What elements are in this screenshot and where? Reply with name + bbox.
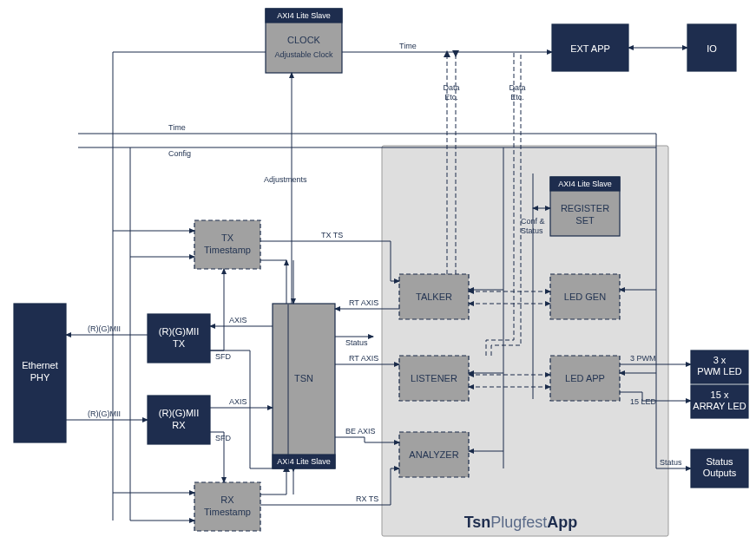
- label-bus-time: Time: [168, 123, 186, 132]
- block-array-led: 15 xARRAY LED: [691, 385, 748, 418]
- edge-sfd-tx: [210, 269, 224, 350]
- block-tsn: TSN AXI4 Lite Slave: [273, 304, 335, 468]
- svg-text:LED APP: LED APP: [565, 373, 605, 383]
- svg-text:ANALYZER: ANALYZER: [409, 449, 458, 460]
- svg-text:TSN: TSN: [294, 373, 313, 383]
- block-analyzer: ANALYZER: [399, 432, 469, 477]
- label-15led: 15 LED: [630, 397, 657, 406]
- block-pwm-led: 3 xPWM LED: [691, 350, 748, 383]
- svg-text:DataEtc.: DataEtc.: [443, 83, 459, 101]
- label-tsn-status: Status: [345, 338, 368, 347]
- block-rx-timestamp: RXTimestamp: [194, 482, 260, 531]
- block-tx-timestamp: TXTimestamp: [194, 220, 260, 269]
- label-axis-rx: AXIS: [229, 397, 247, 406]
- svg-text:DataEtc.: DataEtc.: [509, 83, 525, 101]
- block-listener: LISTENER: [399, 356, 469, 401]
- edge-txts-talker: [260, 241, 399, 281]
- block-register-set: AXI4 Lite Slave REGISTERSET: [550, 177, 620, 236]
- svg-text:IO: IO: [707, 43, 717, 54]
- block-ethernet-phy: EthernetPHY: [14, 304, 66, 442]
- edge-clock-left: [113, 52, 266, 134]
- label-axis-tx: AXIS: [229, 316, 247, 324]
- block-led-gen: LED GEN: [550, 274, 620, 319]
- label-be: BE AXIS: [345, 427, 376, 435]
- block-led-app: LED APP: [550, 356, 620, 401]
- svg-marker-50: [452, 50, 459, 57]
- block-gmii-rx: (R)(G)MIIRX: [148, 396, 210, 444]
- container-title: TsnPlugfestApp: [464, 514, 578, 531]
- svg-text:LED GEN: LED GEN: [564, 291, 606, 302]
- label-adjustments: Adjustments: [264, 175, 307, 184]
- svg-text:Adjustable Clock: Adjustable Clock: [274, 50, 333, 59]
- svg-text:EXT APP: EXT APP: [570, 43, 610, 54]
- svg-text:CLOCK: CLOCK: [287, 35, 321, 45]
- label-rxts: RX TS: [356, 494, 378, 503]
- block-status-outputs: StatusOutputs: [691, 449, 748, 488]
- label-status-out: Status: [660, 458, 682, 467]
- block-talker: TALKER: [399, 274, 469, 319]
- svg-text:Conf &Status: Conf &Status: [521, 217, 545, 235]
- block-io: IO: [687, 24, 736, 71]
- block-gmii-tx: (R)(G)MIITX: [148, 314, 210, 363]
- svg-text:LISTENER: LISTENER: [411, 373, 457, 383]
- svg-text:StatusOutputs: StatusOutputs: [703, 456, 737, 478]
- svg-text:AXI4 Lite Slave: AXI4 Lite Slave: [558, 180, 612, 188]
- label-bus-config: Config: [168, 149, 191, 158]
- label-rt-listener: RT AXIS: [349, 354, 378, 363]
- svg-text:AXI4 Lite Slave: AXI4 Lite Slave: [277, 457, 331, 466]
- svg-rect-10: [273, 304, 335, 468]
- svg-marker-49: [444, 50, 450, 57]
- label-rt-talker: RT AXIS: [349, 298, 378, 307]
- label-rgmii-rx: (R)(G)MII: [88, 409, 121, 418]
- block-ext-app: EXT APP: [552, 24, 628, 71]
- svg-text:AXI4 Lite Slave: AXI4 Lite Slave: [277, 11, 331, 20]
- label-sfd-rx: SFD: [215, 434, 232, 442]
- label-time-right: Time: [399, 42, 417, 50]
- label-pwm: 3 PWM: [630, 354, 656, 363]
- label-sfd-tx: SFD: [215, 352, 232, 361]
- container-tsn-plugfest-app: [382, 146, 668, 536]
- label-txts: TX TS: [321, 231, 343, 239]
- diagram-canvas: TsnPlugfestApp EthernetPHY (R)(G)MIITX (…: [0, 0, 756, 550]
- block-clock: AXI4 Lite Slave CLOCK Adjustable Clock: [266, 9, 342, 73]
- svg-text:TALKER: TALKER: [416, 291, 452, 302]
- label-rgmii-tx: (R)(G)MII: [88, 324, 121, 333]
